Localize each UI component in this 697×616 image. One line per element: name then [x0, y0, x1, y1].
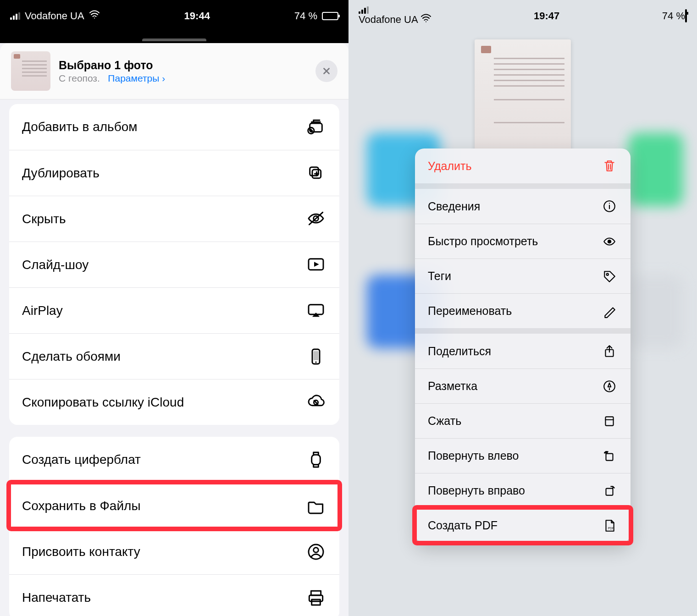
menu-label: Переименовать	[428, 304, 512, 318]
clock: 19:44	[184, 10, 210, 22]
duplicate-icon	[305, 163, 326, 184]
menu-label: Повернуть влево	[428, 449, 519, 462]
action-print[interactable]: Напечатать	[9, 574, 339, 616]
menu-info[interactable]: Сведения	[415, 189, 631, 224]
left-phone-screenshot: Vodafone UA 19:44 74 % Выбрано 1 фото С …	[0, 0, 348, 616]
menu-label: Быстро просмотреть	[428, 235, 538, 248]
add-album-icon	[305, 116, 326, 138]
menu-markup[interactable]: Разметка	[415, 368, 631, 403]
menu-compress[interactable]: Сжать	[415, 403, 631, 438]
menu-rotate-right[interactable]: Повернуть вправо	[415, 473, 631, 508]
quicklook-icon	[601, 233, 618, 250]
create-pdf-icon	[601, 517, 618, 534]
airplay-icon	[305, 300, 326, 321]
menu-label: Поделиться	[428, 345, 491, 358]
rotate-right-icon	[601, 483, 618, 499]
battery-icon	[322, 12, 338, 20]
geo-label: С геопоз.	[59, 73, 100, 83]
menu-label: Повернуть вправо	[428, 484, 525, 497]
folder-icon	[305, 495, 326, 517]
action-label: Сделать обоями	[22, 349, 121, 364]
rotate-left-icon	[601, 448, 618, 464]
status-bar: Vodafone UA 19:44 74 %	[0, 0, 348, 32]
action-label: Присвоить контакту	[22, 544, 140, 559]
action-label: Создать циферблат	[22, 452, 141, 467]
action-label: Дублировать	[22, 166, 100, 181]
action-label: Сохранить в Файлы	[22, 499, 141, 513]
clock: 19:47	[534, 10, 559, 22]
rename-icon	[601, 303, 618, 319]
options-link[interactable]: Параметры ›	[108, 73, 165, 83]
action-folder[interactable]: Сохранить в Файлы	[9, 483, 339, 528]
wifi-icon	[420, 14, 431, 25]
menu-trash[interactable]: Удалить	[415, 148, 631, 183]
menu-label: Создать PDF	[428, 519, 498, 532]
trash-icon	[601, 158, 618, 174]
actions-group-1: Добавить в альбом Дублировать Скрыть Сла…	[9, 104, 339, 425]
menu-label: Сжать	[428, 414, 461, 428]
tag-icon	[601, 268, 618, 285]
action-label: Напечатать	[22, 590, 91, 605]
menu-create-pdf[interactable]: Создать PDF	[415, 508, 631, 543]
info-icon	[601, 198, 618, 214]
carrier-label: Vodafone UA	[25, 10, 84, 22]
share-icon	[601, 343, 618, 359]
action-airplay[interactable]: AirPlay	[9, 287, 339, 333]
menu-rotate-left[interactable]: Повернуть влево	[415, 438, 631, 473]
menu-label: Теги	[428, 270, 451, 283]
menu-label: Сведения	[428, 200, 480, 213]
action-label: Скопировать ссылку iCloud	[22, 395, 184, 410]
menu-tag[interactable]: Теги	[415, 258, 631, 293]
action-duplicate[interactable]: Дублировать	[9, 150, 339, 196]
action-add-album[interactable]: Добавить в альбом	[9, 104, 339, 150]
action-label: Скрыть	[22, 212, 66, 226]
menu-quicklook[interactable]: Быстро просмотреть	[415, 224, 631, 258]
markup-icon	[601, 378, 618, 395]
contact-icon	[305, 541, 326, 562]
icloud-link-icon	[305, 392, 326, 413]
menu-rename[interactable]: Переименовать	[415, 293, 631, 328]
share-sheet-header: Выбрано 1 фото С геопоз. Параметры ›	[0, 43, 348, 99]
compress-icon	[601, 413, 618, 429]
menu-share[interactable]: Поделиться	[415, 334, 631, 368]
wallpaper-icon	[305, 346, 326, 367]
action-slideshow[interactable]: Слайд-шоу	[9, 242, 339, 287]
print-icon	[305, 587, 326, 608]
action-label: AirPlay	[22, 303, 63, 318]
carrier-label: Vodafone UA	[359, 14, 417, 25]
action-hide[interactable]: Скрыть	[9, 196, 339, 242]
actions-group-2: Создать циферблат Сохранить в Файлы Прис…	[9, 437, 339, 616]
sheet-grabber[interactable]	[0, 37, 348, 43]
action-wallpaper[interactable]: Сделать обоями	[9, 333, 339, 379]
right-phone-screenshot: Vodafone UA 19:47 74 % Удалить Сведения …	[348, 0, 697, 616]
action-label: Добавить в альбом	[22, 120, 138, 134]
battery-percent: 74 %	[294, 10, 317, 22]
signal-bars-icon	[359, 6, 431, 14]
slideshow-icon	[305, 254, 326, 275]
photo-thumbnail[interactable]	[11, 51, 50, 91]
close-button[interactable]	[315, 60, 337, 82]
signal-bars-icon	[10, 12, 20, 20]
action-contact[interactable]: Присвоить контакту	[9, 528, 339, 574]
selection-title: Выбрано 1 фото	[59, 59, 307, 72]
wifi-icon	[89, 10, 100, 22]
battery-percent: 74 %	[662, 10, 685, 22]
action-watchface[interactable]: Создать циферблат	[9, 437, 339, 483]
menu-label: Разметка	[428, 380, 477, 393]
action-label: Слайд-шоу	[22, 258, 89, 272]
hide-icon	[305, 209, 326, 230]
action-icloud-link[interactable]: Скопировать ссылку iCloud	[9, 379, 339, 425]
watchface-icon	[305, 449, 326, 470]
menu-label: Удалить	[428, 160, 471, 173]
battery-icon	[685, 9, 687, 22]
context-menu: Удалить Сведения Быстро просмотреть Теги…	[415, 148, 631, 543]
status-bar: Vodafone UA 19:47 74 %	[348, 0, 697, 32]
